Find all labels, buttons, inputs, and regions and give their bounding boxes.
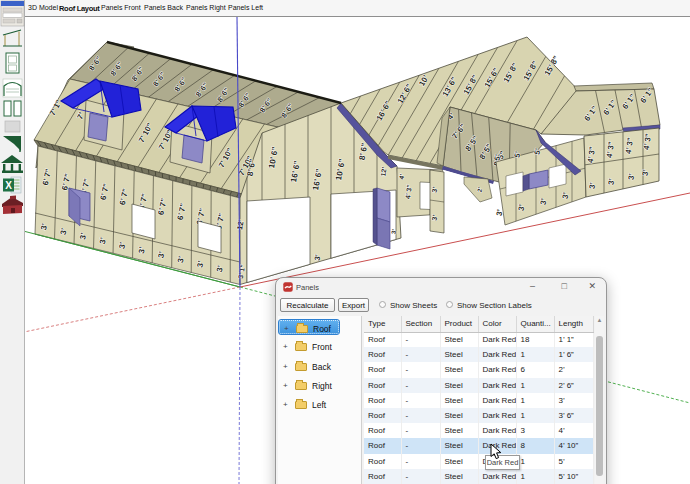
svg-text:3’: 3’ xyxy=(588,182,598,190)
svg-text:X: X xyxy=(5,180,12,191)
svg-text:3’: 3’ xyxy=(641,169,651,177)
svg-text:12’: 12’ xyxy=(235,219,246,231)
svg-text:3’: 3’ xyxy=(627,173,637,181)
svg-text:5’: 5’ xyxy=(532,147,542,155)
svg-text:3’: 3’ xyxy=(607,178,617,186)
